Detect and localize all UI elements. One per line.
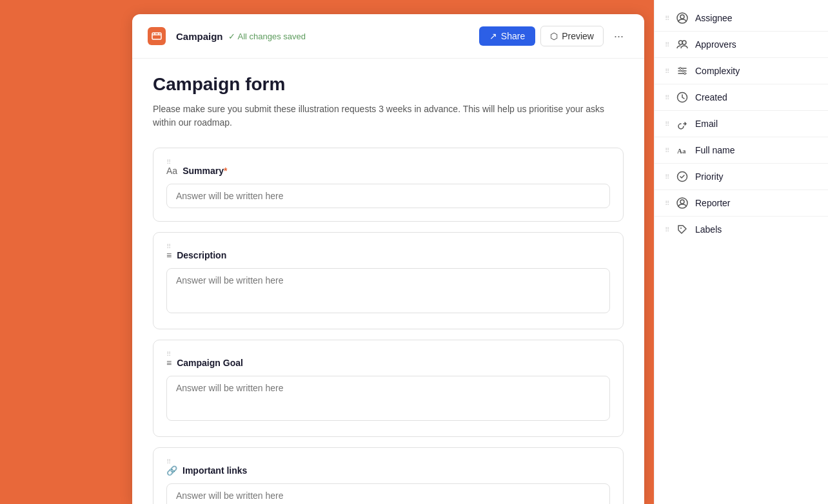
field-header-summary: Aa Summary* [166,166,610,176]
sidebar-item-fullname[interactable]: ⠿ Aa Full name [655,137,828,164]
sidebar-item-email[interactable]: ⠿ Email [655,111,828,137]
field-header-campaign-goal: ≡ Campaign Goal [166,358,610,368]
saved-indicator: ✓ All changes saved [228,32,306,41]
drag-handle-campaign-goal[interactable]: ⠿ [166,351,607,358]
main-area: Campaign ✓ All changes saved ↗ Share ⬡ P… [0,0,654,504]
sidebar-item-labels[interactable]: ⠿ Labels [655,217,828,242]
sidebar-reporter-label: Reporter [695,198,730,208]
important-links-icon: 🔗 [166,465,177,476]
form-logo [148,27,166,45]
form-title-area: Campaign ✓ All changes saved [176,31,469,42]
form-name: Campaign [176,31,223,42]
more-button[interactable]: ··· [609,27,629,46]
drag-handle-created: ⠿ [665,94,669,101]
svg-point-2 [680,15,684,19]
sidebar-item-approvers[interactable]: ⠿ Approvers [655,32,828,58]
description-label: Description [177,250,226,260]
created-icon [676,91,689,104]
sidebar-item-priority[interactable]: ⠿ Priority [655,164,828,190]
sidebar-approvers-label: Approvers [695,39,736,50]
share-icon: ↗ [489,31,497,41]
svg-point-10 [684,73,686,75]
drag-handle-description[interactable]: ⠿ [166,243,607,250]
sidebar-labels-label: Labels [695,224,722,235]
sidebar-item-complexity[interactable]: ⠿ Complexity [655,58,828,84]
required-star: * [224,166,227,176]
priority-icon [676,170,689,183]
form-description: Please make sure you submit these illust… [153,102,624,130]
field-header-important-links: 🔗 Important links [166,465,610,476]
field-description: ⠿ ≡ Description [153,232,624,329]
labels-icon [676,223,689,236]
check-icon: ✓ [228,32,235,41]
drag-handle-email: ⠿ [665,121,669,128]
summary-label: Summary* [182,166,227,176]
form-content: Campaign form Please make sure you submi… [132,59,644,504]
sidebar-priority-label: Priority [695,171,724,182]
svg-point-8 [680,68,682,70]
fullname-icon: Aa [676,144,689,157]
email-icon [676,117,689,130]
header-actions: ↗ Share ⬡ Preview ··· [479,26,629,46]
svg-rect-0 [152,33,161,39]
complexity-icon [676,64,689,77]
field-important-links: ⠿ 🔗 Important links [153,447,624,504]
approvers-icon [676,38,689,51]
preview-icon: ⬡ [550,31,558,41]
share-button[interactable]: ↗ Share [479,26,535,46]
drag-handle-approvers: ⠿ [665,41,669,48]
form-main-title: Campaign form [153,74,624,95]
drag-handle-assignee: ⠿ [665,15,669,22]
sidebar-item-assignee[interactable]: ⠿ Assignee [655,5,828,32]
svg-point-9 [682,70,684,72]
sidebar-item-reporter[interactable]: ⠿ Reporter [655,190,828,217]
summary-icon: Aa [166,166,177,176]
drag-handle-important-links[interactable]: ⠿ [166,458,607,465]
field-campaign-goal: ⠿ ≡ Campaign Goal [153,340,624,437]
campaign-goal-label: Campaign Goal [177,358,243,368]
share-label: Share [501,31,525,41]
important-links-input[interactable] [166,483,610,504]
drag-handle-complexity: ⠿ [665,68,669,75]
svg-point-16 [680,228,682,229]
sidebar-item-created[interactable]: ⠿ Created [655,84,828,111]
assignee-icon [676,12,689,24]
field-summary: ⠿ Aa Summary* [153,148,624,222]
svg-text:Aa: Aa [677,147,686,155]
sidebar-fullname-label: Full name [695,145,734,155]
preview-button[interactable]: ⬡ Preview [540,26,604,46]
more-icon: ··· [614,30,624,43]
description-input[interactable] [166,268,610,313]
field-header-description: ≡ Description [166,250,610,260]
form-header: Campaign ✓ All changes saved ↗ Share ⬡ P… [132,14,644,59]
sidebar-email-label: Email [695,119,718,129]
summary-input[interactable] [166,184,610,208]
reporter-icon [676,197,689,209]
sidebar-assignee-label: Assignee [695,13,733,23]
sidebar-complexity-label: Complexity [695,66,740,76]
form-container: Campaign ✓ All changes saved ↗ Share ⬡ P… [132,14,644,504]
campaign-goal-input[interactable] [166,376,610,421]
saved-text: All changes saved [238,32,306,41]
right-sidebar: ⠿ Assignee ⠿ Approvers ⠿ [654,0,828,504]
important-links-label: Important links [182,465,247,476]
campaign-goal-icon: ≡ [166,358,172,368]
drag-handle-priority: ⠿ [665,173,669,180]
sidebar-created-label: Created [695,92,727,102]
description-icon: ≡ [166,250,172,260]
drag-handle-summary[interactable]: ⠿ [166,159,607,166]
drag-handle-labels: ⠿ [665,226,669,233]
drag-handle-reporter: ⠿ [665,200,669,207]
drag-handle-fullname: ⠿ [665,147,669,154]
preview-label: Preview [562,31,594,41]
svg-point-15 [680,200,684,204]
